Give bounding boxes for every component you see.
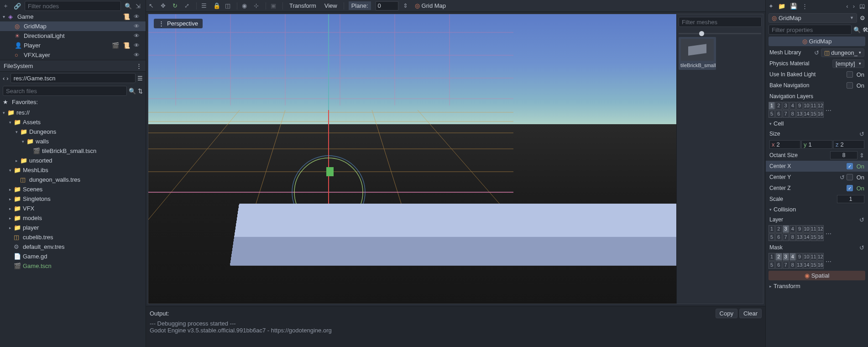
scene-filter-input[interactable] <box>25 1 121 11</box>
mesh-library-value[interactable]: ◫dungeon_▾ <box>821 48 864 57</box>
nav-back-icon[interactable]: ‹ <box>3 75 5 82</box>
mesh-item[interactable]: tileBrickB_small <box>679 37 716 70</box>
center-y-checkbox[interactable] <box>847 174 853 180</box>
search-icon[interactable]: 🔍 <box>129 88 136 95</box>
fs-item[interactable]: ▸ 📁 Scenes <box>0 184 146 194</box>
scene-node-player[interactable]: 👤 Player 🎬📜👁 <box>0 41 146 50</box>
class-header-spatial[interactable]: ◉ Spatial <box>769 271 865 280</box>
layer-cell-14[interactable]: 14 <box>803 233 810 241</box>
load-resource-icon[interactable]: 📁 <box>778 3 785 10</box>
layer-cell-8[interactable]: 8 <box>790 233 796 241</box>
layers-expand-icon[interactable]: ⋯ <box>825 258 832 265</box>
reset-icon[interactable]: ↺ <box>840 174 845 181</box>
fs-item[interactable]: ▸ 📁 unsorted <box>0 156 146 165</box>
scale-tool-icon[interactable]: ⤢ <box>184 2 192 9</box>
fs-item[interactable]: ◫ cubelib.tres <box>0 232 146 242</box>
fs-item[interactable]: ▾ 📁 res:// <box>0 108 146 117</box>
reset-icon[interactable]: ↺ <box>859 216 864 223</box>
layer-cell-5[interactable]: 5 <box>769 261 775 269</box>
nav-fwd-icon[interactable]: › <box>6 75 8 82</box>
fs-item[interactable]: ⚙ default_env.tres <box>0 242 146 252</box>
reset-icon[interactable]: ↺ <box>814 49 819 56</box>
layer-cell-16[interactable]: 16 <box>817 261 824 269</box>
layer-cell-5[interactable]: 5 <box>769 233 775 241</box>
perspective-badge[interactable]: ⋮ Perspective <box>154 19 203 28</box>
plane-stepper-icon[interactable]: ⇕ <box>403 2 410 9</box>
filesystem-menu-icon[interactable]: ⋮ <box>136 63 142 69</box>
view-mode-icon[interactable]: ☰ <box>137 75 143 82</box>
scene-node-directionallight[interactable]: ☀ DirectionalLight 👁 <box>0 31 146 41</box>
group-icon[interactable]: ◫ <box>225 2 232 9</box>
layer-cell-8[interactable]: 8 <box>790 261 796 269</box>
viewport-3d[interactable]: ⋮ Perspective Y X Z 🔍 ▦ ☰ <box>148 14 763 304</box>
search-icon[interactable]: 🔍 <box>125 3 132 10</box>
reset-icon[interactable]: ↺ <box>859 131 864 137</box>
clapper-icon[interactable]: 🎬 <box>112 42 119 49</box>
layer-cell-3[interactable]: 3 <box>783 253 789 261</box>
script-icon[interactable]: 📜 <box>123 42 130 49</box>
layer-cell-3[interactable]: 3 <box>783 225 789 233</box>
view-menu[interactable]: View <box>323 1 339 10</box>
layer-cell-11[interactable]: 11 <box>810 102 817 110</box>
class-header-gridmap[interactable]: ◎ GridMap <box>769 37 865 46</box>
camera-icon[interactable]: ▣ <box>271 2 278 9</box>
octant-input[interactable]: 8 <box>830 151 858 159</box>
layer-cell-1[interactable]: 1 <box>769 225 775 233</box>
manage-props-icon[interactable]: ⚙ <box>860 15 865 21</box>
layer-cell-14[interactable]: 14 <box>803 261 810 269</box>
add-node-icon[interactable]: ＋ <box>3 2 10 10</box>
layer-cell-13[interactable]: 13 <box>796 233 803 241</box>
layer-cell-10[interactable]: 10 <box>803 102 810 110</box>
eye-icon[interactable]: 👁 <box>134 52 141 58</box>
center-x-checkbox[interactable]: ✓ <box>847 163 853 169</box>
layer-cell-1[interactable]: 1 <box>769 102 775 110</box>
layer-cell-9[interactable]: 9 <box>796 225 803 233</box>
script-icon[interactable]: 📜 <box>123 13 130 20</box>
layer-cell-10[interactable]: 10 <box>803 253 810 261</box>
mesh-zoom-slider[interactable] <box>679 30 761 37</box>
fs-item[interactable]: ▸ 📁 models <box>0 213 146 223</box>
layer-cell-2[interactable]: 2 <box>775 102 782 110</box>
layer-cell-8[interactable]: 8 <box>790 110 796 118</box>
layer-cell-6[interactable]: 6 <box>775 233 782 241</box>
select-tool-icon[interactable]: ↖ <box>149 2 156 9</box>
fs-item[interactable]: ▸ 📁 VFX <box>0 204 146 213</box>
transform-section[interactable]: ▸Transform <box>766 281 868 291</box>
fs-item[interactable]: 🎬 Game.tscn <box>0 261 146 271</box>
layer-cell-11[interactable]: 11 <box>810 225 817 233</box>
fs-item[interactable]: ▸ 📁 Singletons <box>0 194 146 204</box>
fs-item[interactable]: ▾ 📁 Assets <box>0 117 146 127</box>
link-icon[interactable]: 🔗 <box>14 3 21 10</box>
cell-section[interactable]: ▾Cell <box>766 119 868 128</box>
scene-node-game[interactable]: ▾ ◈ Game 📜👁 <box>0 12 146 21</box>
layer-cell-13[interactable]: 13 <box>796 110 803 118</box>
gridmap-menu[interactable]: ◎ Grid Map <box>415 2 446 9</box>
layer-cell-6[interactable]: 6 <box>775 110 782 118</box>
reset-icon[interactable]: ↺ <box>859 244 864 251</box>
layer-cell-4[interactable]: 4 <box>790 225 796 233</box>
filesystem-path-input[interactable] <box>10 73 136 83</box>
layers-expand-icon[interactable]: ⋯ <box>825 107 832 114</box>
scale-input[interactable]: 1 <box>837 195 864 203</box>
layer-cell-7[interactable]: 7 <box>783 233 789 241</box>
local-icon[interactable]: ⊹ <box>254 2 261 9</box>
transform-menu[interactable]: Transform <box>288 1 318 10</box>
layer-cell-5[interactable]: 5 <box>769 110 775 118</box>
layer-cell-14[interactable]: 14 <box>803 110 810 118</box>
layer-cell-16[interactable]: 16 <box>817 233 824 241</box>
layer-cell-3[interactable]: 3 <box>783 102 789 110</box>
stepper-icon[interactable]: ⇕ <box>859 152 864 159</box>
fs-item[interactable]: ▾ 📁 MeshLibs <box>0 165 146 175</box>
fs-item[interactable]: 📄 Game.gd <box>0 252 146 261</box>
layer-cell-2[interactable]: 2 <box>775 225 782 233</box>
fs-item[interactable]: ▾ 📁 Dungeons <box>0 127 146 137</box>
layer-cell-13[interactable]: 13 <box>796 261 803 269</box>
baked-light-checkbox[interactable] <box>847 71 853 78</box>
physics-material-value[interactable]: [empty]▾ <box>832 59 864 68</box>
scene-node-vfxlayer[interactable]: ○ VFXLayer 👁 <box>0 50 146 60</box>
object-dropdown[interactable]: ◎ GridMap ▼ <box>769 13 857 23</box>
layer-cell-9[interactable]: 9 <box>796 102 803 110</box>
layer-cell-4[interactable]: 4 <box>790 102 796 110</box>
eye-icon[interactable]: 👁 <box>134 23 141 30</box>
new-resource-icon[interactable]: ✦ <box>769 3 774 10</box>
